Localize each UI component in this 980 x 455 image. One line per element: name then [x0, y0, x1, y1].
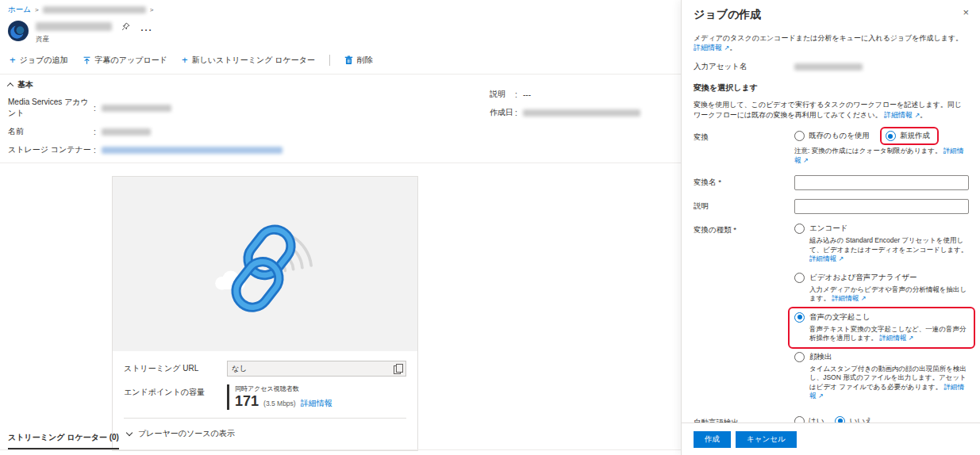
- option-audio-transcription-highlighted: 音声の文字起こし 音声テキスト変換の文字起こしなど、一連の音声分析操作を適用しま…: [788, 307, 975, 349]
- storage-container-label: ストレージ コンテナー: [8, 144, 94, 155]
- name-label: 名前: [8, 126, 94, 137]
- panel-title: ジョブの作成: [694, 8, 969, 22]
- storage-container-row: ストレージ コンテナー :: [8, 144, 681, 155]
- created-date-value-redacted: [523, 109, 640, 117]
- toolbar-divider: [329, 55, 330, 66]
- face-detection-radio[interactable]: 顔検出: [794, 352, 969, 362]
- endpoint-capacity-row: エンドポイントの容量 同時アクセス視聴者数 171 (3.5 Mbps) 詳細情…: [124, 384, 406, 410]
- audio-transcription-label: 音声の文字起こし: [809, 312, 870, 323]
- transform-type-row: 変換の種類 * エンコード 組み込みの Standard Encoder プリセ…: [694, 224, 969, 410]
- colon: :: [94, 104, 102, 113]
- description-row: 説明: [694, 199, 969, 214]
- option-audio-video-analyzer: ビデオおよび音声アナライザー 入力メディアからビデオや音声の分析情報を抽出します…: [794, 273, 969, 304]
- streaming-url-row: ストリーミング URL なし: [124, 361, 406, 377]
- plus-icon: +: [10, 56, 16, 64]
- capacity-accent-bar: [227, 384, 229, 410]
- created-date-label: 作成日: [490, 107, 515, 118]
- azure-portal-page: ホーム > > … 資産: [0, 0, 980, 455]
- name-row: 名前 :: [8, 126, 681, 137]
- chevron-up-icon: [7, 82, 13, 89]
- capacity-learn-more-link[interactable]: 詳細情報: [301, 398, 332, 409]
- encode-description: 組み込みの Standard Encoder プリセットを使用して、ビデオまたは…: [809, 236, 969, 264]
- transform-name-input[interactable]: [794, 175, 969, 190]
- analyzer-learn-more-link[interactable]: 詳細情報: [832, 294, 859, 302]
- streaming-url-value: なし: [232, 364, 394, 374]
- name-value-redacted: [102, 128, 151, 136]
- delete-button[interactable]: 削除: [344, 55, 373, 66]
- face-detection-label: 顔検出: [809, 352, 832, 362]
- asset-type-label: 資産: [36, 35, 152, 44]
- radio-icon: [794, 273, 805, 283]
- encode-description-text: 組み込みの Standard Encoder プリセットを使用して、ビデオまたは…: [809, 236, 967, 254]
- transform-row: 変換 既存のものを使用 新規作成 注意: 変換の作成にはクォータ制限があ: [694, 131, 969, 166]
- upload-icon: [83, 56, 91, 65]
- new-streaming-locator-label: 新しいストリーミング ロケーター: [192, 55, 315, 66]
- media-link-illustration: [182, 205, 348, 323]
- storage-container-link-redacted[interactable]: [102, 147, 282, 154]
- create-new-radio-highlighted[interactable]: 新規作成: [880, 127, 939, 145]
- use-existing-radio[interactable]: 既存のものを使用: [794, 131, 870, 141]
- colon: :: [94, 146, 102, 155]
- more-actions-icon[interactable]: …: [140, 20, 152, 34]
- colon: :: [515, 109, 523, 117]
- add-job-label: ジョブの追加: [20, 55, 68, 66]
- quota-note-text: 注意: 変換の作成にはクォータ制限があります。: [794, 147, 941, 155]
- asset-detail-pane: ホーム > > … 資産: [0, 0, 681, 455]
- option-face-detection: 顔検出 タイムスタンプ付きの動画内の顔の出現箇所を検出し、JSON 形式のファイ…: [794, 352, 969, 401]
- breadcrumb-separator: >: [150, 6, 154, 13]
- encode-radio[interactable]: エンコード: [794, 224, 969, 234]
- add-job-button[interactable]: + ジョブの追加: [10, 55, 68, 66]
- audio-transcription-learn-more-link[interactable]: 詳細情報: [879, 334, 906, 342]
- analyzer-description: 入力メディアからビデオや音声の分析情報を抽出します。 詳細情報 ↗: [809, 285, 969, 304]
- option-encode: エンコード 組み込みの Standard Encoder プリセットを使用して、…: [794, 224, 969, 264]
- use-existing-label: 既存のものを使用: [809, 131, 870, 141]
- upload-captions-label: 字幕のアップロード: [95, 55, 167, 66]
- plus-icon: +: [182, 56, 188, 64]
- concurrent-viewers-label: 同時アクセス視聴者数: [235, 384, 332, 393]
- radio-icon: [794, 352, 805, 362]
- input-asset-row: 入力アセット名: [694, 62, 969, 72]
- analyzer-radio[interactable]: ビデオおよび音声アナライザー: [794, 273, 969, 283]
- intro-learn-more-link[interactable]: 詳細情報: [694, 44, 722, 52]
- new-streaming-locator-button[interactable]: + 新しいストリーミング ロケーター: [182, 55, 315, 66]
- description-label: 説明: [490, 89, 515, 100]
- external-link-icon: ↗: [909, 335, 914, 342]
- created-date-row: 作成日 :: [490, 107, 640, 118]
- upload-captions-button[interactable]: 字幕のアップロード: [83, 55, 167, 66]
- tab-streaming-locators[interactable]: ストリーミング ロケーター (0): [8, 432, 119, 449]
- radio-selected-icon: [794, 312, 805, 323]
- card-divider: [124, 418, 406, 419]
- description-input[interactable]: [794, 199, 969, 214]
- radio-icon: [794, 224, 805, 234]
- close-icon[interactable]: ×: [963, 6, 969, 18]
- breadcrumb-home-link[interactable]: ホーム: [8, 5, 31, 15]
- copy-icon[interactable]: [394, 364, 402, 373]
- transform-learn-more-link[interactable]: 詳細情報: [884, 111, 913, 119]
- asset-preview-area: [113, 177, 417, 351]
- viewers-bitrate: (3.5 Mbps): [263, 400, 296, 407]
- media-services-asset-icon: [8, 21, 29, 41]
- delete-label: 削除: [357, 55, 373, 66]
- input-asset-value-redacted: [794, 63, 863, 71]
- breadcrumb-account-redacted[interactable]: [43, 6, 146, 13]
- create-new-label: 新規作成: [900, 131, 930, 141]
- breadcrumb: ホーム > >: [0, 0, 681, 15]
- basics-section: 基本 Media Services アカウント : 名前 : ストレージ コンテ…: [0, 75, 681, 155]
- basics-section-title: 基本: [17, 79, 33, 90]
- external-link-icon: ↗: [803, 157, 809, 164]
- external-link-icon: ↗: [818, 392, 824, 400]
- endpoint-capacity-label: エンドポイントの容量: [124, 384, 227, 410]
- command-bar: + ジョブの追加 字幕のアップロード + 新しいストリーミング ロケーター: [0, 44, 681, 68]
- asset-title-row: … 資産: [0, 15, 681, 44]
- encode-learn-more-link[interactable]: 詳細情報: [809, 254, 836, 262]
- pin-icon[interactable]: [121, 22, 130, 31]
- audio-transcription-radio[interactable]: 音声の文字起こし: [794, 312, 969, 323]
- period: 。: [920, 111, 927, 119]
- cancel-button[interactable]: キャンセル: [736, 431, 797, 448]
- bottom-tab-bar: ストリーミング ロケーター (0): [0, 429, 681, 450]
- radio-icon: [794, 131, 805, 141]
- transform-name-label: 変換名 *: [694, 178, 794, 188]
- create-button[interactable]: 作成: [694, 431, 731, 448]
- asset-name-redacted: [36, 22, 112, 31]
- select-transform-heading: 変換を選択します: [694, 82, 969, 94]
